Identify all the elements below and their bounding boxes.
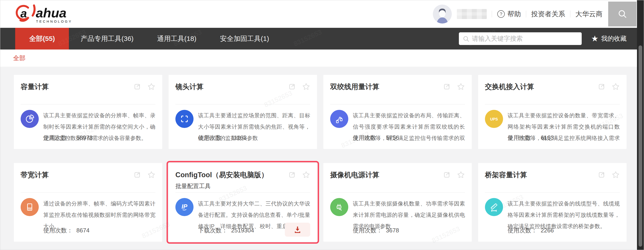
nav-tab-3[interactable]: 安全加固工具(1) [208,28,281,49]
share-icon[interactable] [288,83,296,91]
user-name-censored[interactable] [457,9,487,19]
count-value: 58973 [76,134,93,141]
star-filled-icon: ★ [591,35,598,43]
tool-card[interactable]: 带宽计算 [14,163,162,242]
svg-text:IP: IP [182,203,188,210]
dahua-cloud-link[interactable]: 大华云商 [575,9,602,19]
tool-card[interactable]: 交换机接入计算 [478,75,626,149]
card-title: 桥架容量计算 [485,171,527,179]
count-label: 使用次数： [198,134,228,141]
cable-icon [330,110,348,128]
header-search-button[interactable] [608,1,636,26]
favorite-star-icon[interactable] [457,171,465,179]
card-usage-count: 使用次数：5756 [353,134,399,142]
download-button[interactable] [285,223,310,237]
user-avatar[interactable] [433,4,452,23]
search-icon [463,36,469,42]
card-divider [485,104,620,105]
card-subtitle: 批量配置工具 [176,182,268,190]
share-icon[interactable] [133,83,142,91]
content-area: 容量计算 [0,67,644,250]
keyword-search-input[interactable] [459,32,582,45]
share-icon[interactable] [598,171,606,179]
card-divider [330,104,465,105]
card-usage-count: 下载次数：2519304 [198,227,254,234]
svg-text:a: a [20,7,27,20]
share-icon[interactable] [443,83,451,91]
dahua-logo[interactable]: a ahua TECHNOLOGY [13,3,74,25]
scrollbar-thumb[interactable] [638,45,642,247]
help-link[interactable]: ? 帮助 [497,9,521,19]
favorite-star-icon[interactable] [457,83,465,91]
card-usage-count: 使用次数：8674 [43,227,90,234]
favorite-star-icon[interactable] [612,171,620,179]
svg-text:UPS: UPS [490,117,498,122]
favorite-star-icon[interactable] [302,83,310,91]
pie-chart-icon [20,110,39,128]
nav-tabs: 全部(55) 产品专用工具(36) 通用工具(18) 安全加固工具(1) [15,28,281,49]
count-value: 6163 [541,134,554,141]
header-separator [526,11,526,17]
share-icon[interactable] [598,83,606,91]
my-favorites-label: 我的收藏 [601,34,626,43]
card-divider [485,192,620,193]
card-divider [176,192,310,193]
count-value: 2266 [541,227,554,234]
monitor-icon [20,198,39,216]
vertical-scrollbar [637,0,644,250]
power-plug-icon [330,198,348,216]
card-title: 交换机接入计算 [485,83,534,91]
header-separator [492,11,492,17]
download-icon [293,225,302,234]
card-usage-count: 使用次数：58973 [43,134,93,142]
count-value: 11163 [231,134,246,141]
favorite-star-icon[interactable] [612,83,620,91]
count-value: 3678 [386,227,399,234]
card-divider [20,104,156,105]
tool-card[interactable]: 摄像机电源计算 [323,163,472,242]
share-icon[interactable] [133,171,142,179]
count-label: 使用次数： [353,227,382,234]
favorite-star-icon[interactable] [147,83,156,91]
focus-frame-icon [176,110,194,128]
tool-card[interactable]: 桥架容量计算 [478,163,626,242]
count-value: 5756 [386,134,399,141]
share-icon[interactable] [443,171,451,179]
card-title: 摄像机电源计算 [330,171,379,179]
favorite-star-icon[interactable] [302,171,310,179]
count-label: 下载次数： [198,227,228,234]
ip-logo-icon: IP [176,198,194,216]
ruler-icon [485,198,503,216]
card-title: 镜头计算 [176,83,204,91]
brand-tagline: TECHNOLOGY [36,19,72,23]
search-icon [618,9,628,19]
share-icon[interactable] [288,171,296,179]
card-usage-count: 使用次数：11163 [198,134,246,142]
tool-card[interactable]: 双绞线用量计算 [323,75,472,149]
svg-text:?: ? [500,11,502,16]
breadcrumb-all-link[interactable]: 全部 [13,54,26,62]
count-label: 使用次数： [43,227,73,234]
header-right: ? 帮助 投资者关系 大华云商 [433,4,602,23]
nav-tab-0[interactable]: 全部(55) [15,28,69,49]
card-divider [20,192,156,193]
nav-right: ★ 我的收藏 [459,28,644,49]
tool-card[interactable]: 镜头计算 [168,75,317,149]
my-favorites-button[interactable]: ★ 我的收藏 [591,34,626,43]
nav-tab-1[interactable]: 产品专用工具(36) [69,28,145,49]
card-divider [330,192,465,193]
count-label: 使用次数： [43,134,73,141]
page: a ahua TECHNOLOGY ? [0,0,644,250]
tool-card[interactable]: 容量计算 [14,75,162,149]
favorite-star-icon[interactable] [147,171,156,179]
count-value: 2519304 [231,227,254,234]
tool-card[interactable]: ConfigTool（易安装电脑版） 批量配置工具 [168,163,317,242]
card-title: ConfigTool（易安装电脑版） [176,171,268,179]
nav-tab-2[interactable]: 通用工具(18) [145,28,208,49]
breadcrumb: 全部 [0,49,644,67]
card-usage-count: 使用次数：3678 [353,227,399,234]
card-title: 带宽计算 [20,171,49,179]
count-label: 使用次数： [353,134,382,141]
investor-relations-link[interactable]: 投资者关系 [531,9,565,19]
nav-bar: 全部(55) 产品专用工具(36) 通用工具(18) 安全加固工具(1) ★ 我… [0,28,644,49]
